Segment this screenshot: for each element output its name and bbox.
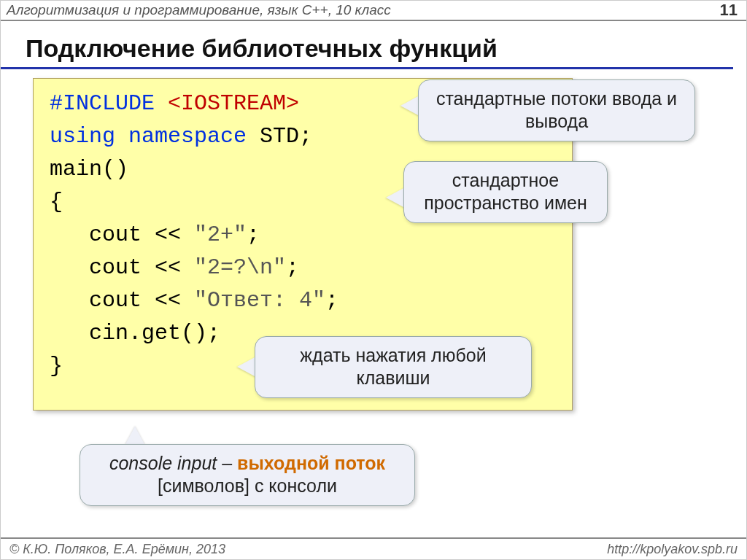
callout-wait-key: ждать нажатия любой клавиши bbox=[255, 336, 532, 398]
code-using: using namespace bbox=[50, 124, 247, 149]
code-l7a: cout << bbox=[50, 288, 194, 313]
callout-namespace: стандартное пространство имен bbox=[403, 161, 608, 223]
page-number: 11 bbox=[720, 1, 738, 20]
code-l6c: ; bbox=[286, 255, 299, 280]
code-line-5: cout << "2+"; bbox=[50, 219, 556, 252]
code-l5c: ; bbox=[247, 222, 260, 247]
code-l6a: cout << bbox=[50, 255, 194, 280]
code-l7b: "Ответ: 4" bbox=[194, 288, 325, 313]
slide-footer: © К.Ю. Поляков, Е.А. Ерёмин, 2013 http:/… bbox=[1, 537, 746, 559]
callout-tail-3 bbox=[237, 357, 256, 377]
code-include: #INCLUDE bbox=[50, 91, 168, 116]
code-line-7: cout << "Ответ: 4"; bbox=[50, 284, 556, 317]
slide: Алгоритмизация и программирование, язык … bbox=[0, 0, 747, 560]
code-std: STD; bbox=[247, 124, 312, 149]
callout-tail-1 bbox=[400, 96, 419, 116]
callout-streams: стандартные потоки ввода и вывода bbox=[418, 79, 695, 141]
callout-tail-2 bbox=[386, 187, 405, 208]
code-include-header: <IOSTREAM> bbox=[168, 91, 299, 116]
code-l7c: ; bbox=[325, 288, 338, 313]
code-l5b: "2+" bbox=[194, 222, 247, 247]
callout-console-input: console input – выходной поток [символов… bbox=[80, 444, 415, 506]
callout-c4-italic: console input bbox=[109, 453, 217, 473]
callout-c4-dash: – bbox=[217, 453, 237, 473]
code-l5a: cout << bbox=[50, 222, 194, 247]
footer-url: http://kpolyakov.spb.ru bbox=[607, 542, 738, 557]
code-l6b: "2=?\n" bbox=[194, 255, 286, 280]
callout-c4-rest: [символов] с консоли bbox=[158, 475, 337, 496]
course-label: Алгоритмизация и программирование, язык … bbox=[7, 2, 391, 18]
slide-title: Подключение библиотечных функций bbox=[1, 21, 733, 69]
slide-header: Алгоритмизация и программирование, язык … bbox=[1, 1, 746, 21]
callout-tail-4 bbox=[125, 427, 145, 446]
footer-copyright: © К.Ю. Поляков, Е.А. Ерёмин, 2013 bbox=[9, 542, 225, 557]
code-line-6: cout << "2=?\n"; bbox=[50, 252, 556, 284]
callout-c4-bold: выходной поток bbox=[237, 453, 385, 473]
